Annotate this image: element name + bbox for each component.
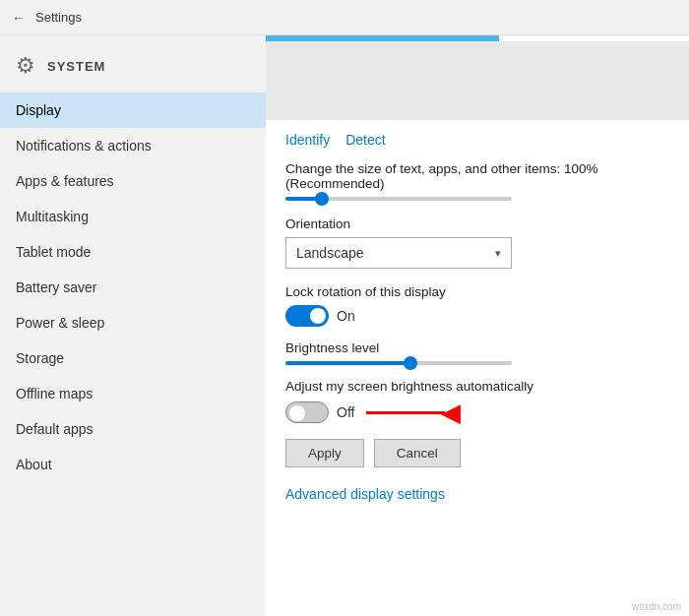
sidebar-item-multitasking[interactable]: Multitasking xyxy=(0,199,266,234)
sidebar-item-offline[interactable]: Offline maps xyxy=(0,376,266,411)
sidebar-header: ⚙ SYSTEM xyxy=(0,35,266,92)
sidebar-item-notifications[interactable]: Notifications & actions xyxy=(0,128,266,163)
title-bar: ← Settings xyxy=(0,0,689,35)
lock-rotation-toggle[interactable] xyxy=(285,305,329,327)
lock-rotation-label: Lock rotation of this display xyxy=(285,284,669,299)
chevron-down-icon: ▾ xyxy=(495,247,501,260)
gear-icon: ⚙ xyxy=(16,53,35,79)
window-title: Settings xyxy=(35,10,82,25)
brightness-slider-fill xyxy=(285,361,410,365)
orientation-label: Orientation xyxy=(285,216,669,231)
identify-link[interactable]: Identify xyxy=(285,132,330,148)
buttons-row: Apply Cancel xyxy=(285,439,669,467)
auto-brightness-toggle-row: Off ◀ xyxy=(285,400,669,425)
brightness-slider-thumb[interactable] xyxy=(404,356,417,370)
brightness-label: Brightness level xyxy=(285,340,669,355)
lock-rotation-setting: Lock rotation of this display On xyxy=(285,284,669,327)
orientation-dropdown[interactable]: Landscape ▾ xyxy=(285,237,512,269)
sidebar-item-apps[interactable]: Apps & features xyxy=(0,163,266,199)
auto-brightness-label: Adjust my screen brightness automaticall… xyxy=(285,379,669,394)
back-button[interactable]: ← xyxy=(12,10,26,26)
sidebar-system-label: SYSTEM xyxy=(47,59,105,74)
apply-button[interactable]: Apply xyxy=(285,439,364,467)
sidebar-item-battery[interactable]: Battery saver xyxy=(0,270,266,305)
cancel-button[interactable]: Cancel xyxy=(374,439,461,467)
scale-slider-thumb[interactable] xyxy=(315,192,329,206)
red-line xyxy=(366,411,445,414)
scale-setting: Change the size of text, apps, and other… xyxy=(285,161,669,201)
sidebar-item-storage[interactable]: Storage xyxy=(0,340,266,376)
content-panel: Identify Detect Change the size of text,… xyxy=(266,35,689,616)
lock-rotation-toggle-row: On xyxy=(285,305,669,327)
detect-link[interactable]: Detect xyxy=(345,132,385,148)
brightness-setting: Brightness level xyxy=(285,340,669,365)
sidebar-item-default[interactable]: Default apps xyxy=(0,411,266,447)
auto-brightness-toggle-label: Off xyxy=(337,404,354,420)
scale-slider-track[interactable] xyxy=(285,197,512,201)
auto-brightness-toggle-knob xyxy=(289,405,305,421)
scale-label: Change the size of text, apps, and other… xyxy=(285,161,669,191)
auto-brightness-setting: Adjust my screen brightness automaticall… xyxy=(285,379,669,425)
sidebar-item-power[interactable]: Power & sleep xyxy=(0,305,266,340)
sidebar-item-tablet[interactable]: Tablet mode xyxy=(0,234,266,270)
sidebar-item-about[interactable]: About xyxy=(0,447,266,482)
advanced-display-link[interactable]: Advanced display settings xyxy=(285,486,445,502)
orientation-value: Landscape xyxy=(296,245,364,261)
arrow-annotation: ◀ xyxy=(366,400,461,425)
main-layout: ⚙ SYSTEM Display Notifications & actions… xyxy=(0,35,689,616)
sidebar-item-display[interactable]: Display xyxy=(0,92,266,128)
red-arrow-icon: ◀ xyxy=(441,400,461,425)
settings-content: Identify Detect Change the size of text,… xyxy=(266,120,689,523)
toggle-knob xyxy=(310,308,326,324)
sidebar: ⚙ SYSTEM Display Notifications & actions… xyxy=(0,35,266,616)
brightness-slider-track[interactable] xyxy=(285,361,512,365)
lock-rotation-toggle-label: On xyxy=(337,308,355,324)
monitor-preview xyxy=(266,41,689,120)
watermark: wsxdn.com xyxy=(632,601,681,612)
identify-detect-row: Identify Detect xyxy=(285,132,669,148)
orientation-setting: Orientation Landscape ▾ xyxy=(285,216,669,269)
auto-brightness-toggle[interactable] xyxy=(285,401,329,423)
